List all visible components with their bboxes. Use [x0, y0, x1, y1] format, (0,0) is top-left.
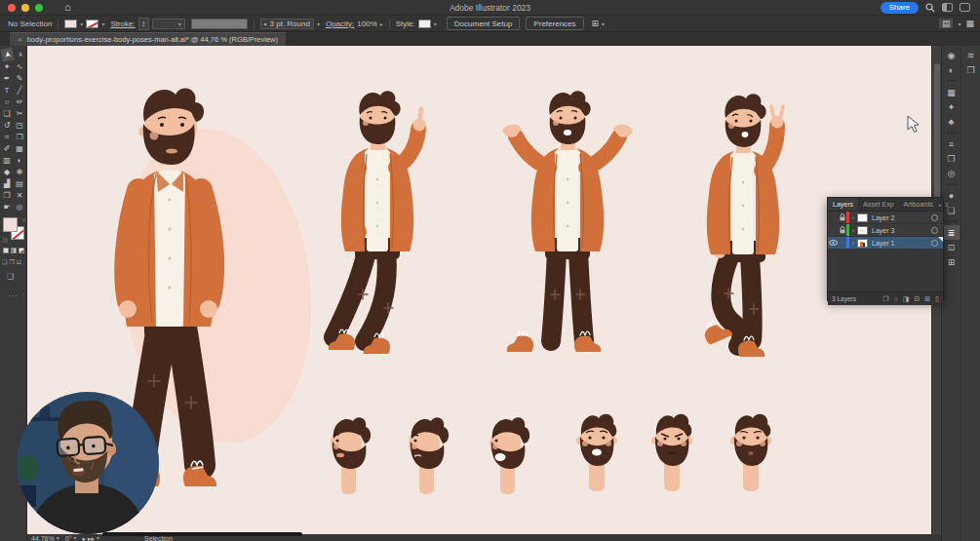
- expand-layer-icon[interactable]: ›: [849, 214, 857, 221]
- head-study-5[interactable]: [647, 411, 697, 497]
- lock-icon[interactable]: [838, 213, 846, 221]
- stroke-icon[interactable]: ≡: [943, 136, 960, 151]
- layer-row-2[interactable]: › Layer 2: [828, 212, 943, 224]
- align-chevron-icon[interactable]: ▾: [602, 20, 605, 27]
- home-icon[interactable]: ⌂: [64, 2, 71, 13]
- variable-width-profile-dropdown[interactable]: [191, 19, 248, 29]
- properties-icon[interactable]: ≋: [962, 48, 979, 62]
- magic-wand-tool[interactable]: ✦: [1, 60, 14, 72]
- style-chevron-icon[interactable]: ▾: [434, 20, 437, 27]
- layer-name[interactable]: Layer 3: [872, 227, 894, 234]
- line-segment-tool[interactable]: ╱: [14, 84, 26, 96]
- document-setup-button[interactable]: Document Setup: [447, 17, 521, 30]
- draw-normal-icon[interactable]: ❏: [2, 258, 7, 265]
- none-button[interactable]: [19, 248, 24, 253]
- grid-view-icon[interactable]: ▦: [965, 19, 974, 28]
- selection-tool[interactable]: ➤: [0, 48, 14, 62]
- paintbrush-tool[interactable]: ✏: [14, 96, 26, 107]
- more-tools-icon[interactable]: ···: [8, 291, 19, 300]
- shape-builder-tool[interactable]: ❏: [1, 107, 14, 119]
- delete-layer-icon[interactable]: ▯: [935, 295, 939, 303]
- zoom-level-dropdown[interactable]: 44,76%▾: [31, 534, 59, 541]
- arrange-documents-icon[interactable]: [960, 3, 970, 12]
- target-circle-icon[interactable]: [931, 214, 938, 221]
- head-study-4[interactable]: [571, 411, 622, 497]
- tab-overflow-icon[interactable]: »: [938, 202, 941, 208]
- share-button[interactable]: Share: [881, 2, 919, 14]
- stroke-color-swatch[interactable]: [86, 19, 98, 28]
- width-tool[interactable]: ≈: [1, 131, 14, 142]
- fill-color-swatch[interactable]: [64, 19, 77, 28]
- artboard-navigation[interactable]: ▸ ▸▸▾: [82, 534, 99, 541]
- draw-inside-icon[interactable]: ⊡: [17, 258, 21, 265]
- color-icon[interactable]: ◉: [943, 48, 960, 62]
- visibility-toggle-eye-icon[interactable]: [828, 240, 838, 246]
- align-icon[interactable]: ⊞: [592, 19, 600, 28]
- target-circle-icon[interactable]: [931, 240, 938, 247]
- head-study-2[interactable]: [401, 414, 451, 500]
- scissors-tool[interactable]: ✂: [14, 107, 26, 119]
- new-sublayer-icon[interactable]: ⊟: [914, 295, 920, 303]
- layer-name[interactable]: Layer 2: [872, 214, 894, 221]
- rotation-dropdown[interactable]: 0°▾: [65, 534, 77, 541]
- artboard-tool[interactable]: ❐: [1, 189, 14, 201]
- close-tab-icon[interactable]: ×: [18, 35, 22, 44]
- collect-export-icon[interactable]: ❐: [882, 295, 888, 303]
- character-pose-peace[interactable]: [668, 89, 819, 381]
- head-study-1[interactable]: [323, 414, 373, 500]
- asset-export-icon[interactable]: ⊞: [943, 254, 960, 269]
- new-layer-icon[interactable]: ⊞: [924, 295, 930, 303]
- document-tab[interactable]: × body-proportions-exercise-body-poses-m…: [10, 32, 286, 46]
- screen-mode-icon[interactable]: ❑: [7, 272, 14, 281]
- curvature-tool[interactable]: ✎: [14, 72, 26, 84]
- export-icon[interactable]: ⊡: [943, 240, 960, 254]
- minimize-window-button[interactable]: [21, 4, 29, 12]
- brush-definition-dropdown[interactable]: • 3 pt. Round: [260, 19, 314, 29]
- locate-object-icon[interactable]: ○: [894, 295, 898, 302]
- layer-name[interactable]: Layer 1: [872, 240, 894, 247]
- stroke-weight-label[interactable]: Stroke:: [110, 19, 135, 28]
- ellipse-tool[interactable]: ○: [1, 96, 14, 107]
- layer-thumbnail[interactable]: [857, 226, 868, 235]
- fill-chevron-icon[interactable]: ▾: [80, 20, 83, 27]
- symbol-sprayer-tool[interactable]: ❋: [14, 166, 26, 177]
- target-circle-icon[interactable]: [931, 227, 938, 234]
- close-window-button[interactable]: [8, 4, 16, 12]
- panel-menu-icon[interactable]: ≡: [945, 202, 949, 208]
- layer-row-1[interactable]: › Layer 1: [828, 237, 943, 250]
- expand-layer-icon[interactable]: ›: [849, 240, 857, 247]
- eyedropper-tool[interactable]: ◆: [1, 166, 14, 177]
- workspace-chevron-icon[interactable]: ▾: [958, 20, 960, 27]
- rotate-tool[interactable]: ↺: [1, 119, 14, 131]
- image-trace-icon[interactable]: ▦: [943, 85, 960, 99]
- lock-icon[interactable]: [838, 226, 846, 234]
- color-button[interactable]: [3, 248, 9, 253]
- slice-tool[interactable]: ✕: [14, 189, 26, 201]
- search-icon[interactable]: [925, 3, 935, 13]
- draw-behind-icon[interactable]: ❐: [9, 258, 14, 265]
- character-pose-pointing[interactable]: [302, 86, 453, 378]
- opacity-label[interactable]: Opacity:: [326, 19, 354, 28]
- column-graph-tool[interactable]: ▟: [1, 177, 14, 189]
- zoom-window-button[interactable]: [35, 4, 43, 12]
- zoom-tool[interactable]: ◎: [14, 201, 26, 213]
- expand-layer-icon[interactable]: ›: [849, 227, 857, 234]
- stroke-weight-dropdown[interactable]: ▾: [152, 19, 185, 29]
- shaper-tool[interactable]: ✐: [1, 142, 14, 154]
- type-tool[interactable]: T: [1, 84, 14, 96]
- tab-artboards[interactable]: Artboards: [899, 198, 938, 211]
- tab-asset-export[interactable]: Asset Exp: [858, 198, 899, 211]
- preferences-button[interactable]: Preferences: [526, 17, 583, 30]
- stroke-weight-stepper[interactable]: ▴▾: [138, 18, 149, 30]
- fill-stroke-control[interactable]: ⤫ ◳: [3, 217, 26, 243]
- pen-tool[interactable]: ✒: [1, 72, 14, 84]
- lasso-tool[interactable]: ∿: [14, 60, 26, 72]
- head-study-6[interactable]: [725, 411, 776, 497]
- libraries-icon[interactable]: ❒: [962, 62, 979, 77]
- brush-chevron-icon[interactable]: ▾: [317, 20, 320, 27]
- opacity-value[interactable]: 100%: [357, 19, 376, 28]
- mesh-tool[interactable]: ▦: [14, 142, 26, 154]
- gradient-tool[interactable]: ▥: [1, 154, 14, 166]
- layers-icon[interactable]: ≣: [943, 225, 960, 240]
- head-study-3[interactable]: [482, 414, 532, 500]
